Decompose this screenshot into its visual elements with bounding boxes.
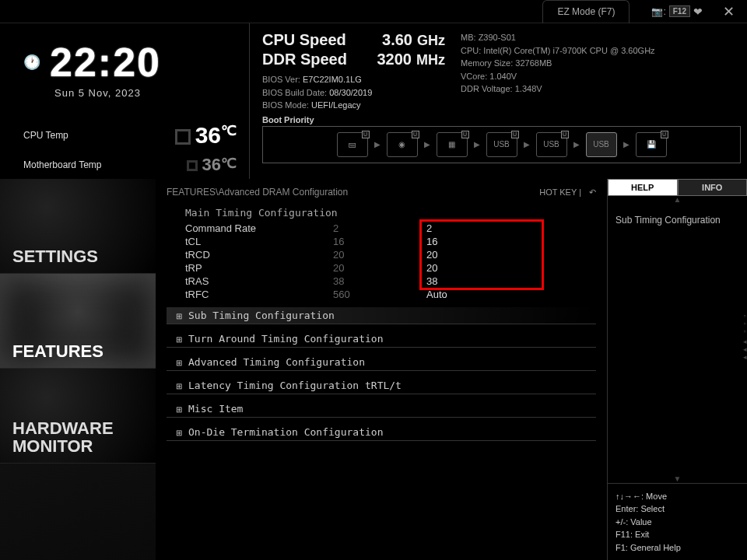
timing-current: 16 (333, 236, 426, 247)
timing-current: 38 (333, 275, 426, 287)
timing-label: tRP (185, 262, 333, 274)
sidebar-item-features[interactable]: FEATURES (0, 274, 156, 369)
timing-label: tRFC (185, 289, 333, 300)
submenu-sub-timing-configuration[interactable]: ⊞Sub Timing Configuration (167, 307, 596, 324)
hotkey-button[interactable]: HOT KEY | ↶ (539, 187, 596, 198)
clock-date: Sun 5 Nov, 2023 (54, 87, 237, 99)
timing-row-tras[interactable]: tRAS3838 (167, 275, 596, 288)
vcore: 1.040V (489, 72, 517, 81)
key-hint: F11: Exit (615, 528, 739, 541)
timing-current: 2 (333, 222, 426, 234)
close-button[interactable]: ✕ (710, 0, 747, 23)
boot-device-disc[interactable]: ◉U (387, 132, 418, 157)
key-hint: ↑↓→←: Move (615, 490, 739, 503)
expand-icon: ⊞ (176, 312, 184, 320)
mb-temp-value: 36℃ (187, 155, 237, 175)
boot-device-hdd[interactable]: 🖴U (337, 132, 368, 157)
cpu-speed-value: 3.60 (363, 31, 412, 49)
bios-build-date: 08/30/2019 (329, 88, 372, 97)
timing-current: 560 (333, 289, 426, 300)
cpu-speed-unit: GHz (417, 33, 445, 49)
timing-current: 20 (333, 249, 426, 261)
timing-label: tCL (185, 236, 333, 247)
boot-device-floppy[interactable]: 💾U (636, 132, 667, 157)
timing-value[interactable]: 38 (426, 275, 520, 287)
clock-icon: 🕐 (23, 54, 40, 71)
submenu-on-die-termination-configuration[interactable]: ⊞On-Die Termination Configuration (167, 424, 596, 441)
boot-device-net[interactable]: ▦U (437, 132, 468, 157)
tab-info[interactable]: INFO (678, 179, 748, 196)
boot-device-usb1[interactable]: USBU (486, 132, 517, 157)
submenu-latency-timing-configuration-trtl-t[interactable]: ⊞Latency Timing Configuration tRTL/t (167, 377, 596, 394)
mb-model: Z390-S01 (479, 33, 516, 42)
key-hint: F1: General Help (615, 541, 739, 555)
submenu-turn-around-timing-configuration[interactable]: ⊞Turn Around Timing Configuration (167, 331, 596, 348)
boot-device-usb3[interactable]: USB (586, 132, 617, 157)
timing-value[interactable]: Auto (426, 289, 520, 300)
cpu-model: Intel(R) Core(TM) i7-9700K CPU @ 3.60GHz (483, 46, 654, 55)
scroll-up-icon: ▲ (608, 196, 747, 204)
timing-row-tcl[interactable]: tCL1616 (167, 235, 596, 248)
camera-icon: 📷: (651, 6, 665, 17)
favorite-icon: ❤ (693, 5, 703, 18)
key-hint: Enter: Select (615, 502, 739, 516)
key-hints: ↑↓→←: MoveEnter: Select+/-: ValueF11: Ex… (608, 483, 747, 561)
ddr-speed-unit: MHz (416, 52, 445, 68)
ddr-speed-value: 3200 (362, 51, 412, 68)
expand-icon: ⊞ (176, 359, 184, 367)
cpu-speed-label: CPU Speed (262, 31, 363, 49)
ddr-voltage: 1.348V (515, 84, 542, 93)
bios-version: E7C22IM0.1LG (303, 75, 362, 84)
timing-row-trcd[interactable]: tRCD2020 (167, 248, 596, 261)
cpu-temp-value: 36℃ (175, 122, 237, 149)
boot-priority-strip[interactable]: 🖴U▶ ◉U▶ ▦U▶ USBU▶ USBU▶ USB▶ 💾U (262, 126, 741, 163)
section-title: Main Timing Configuration (185, 207, 596, 219)
help-panel: HELP INFO ▲ Sub Timing Configuration ▫▫▫… (607, 179, 747, 560)
sidebar-item-hardware-monitor[interactable]: HARDWARE MONITOR (0, 369, 156, 464)
timing-row-command-rate[interactable]: Command Rate22 (167, 222, 596, 235)
expand-icon: ⊞ (176, 335, 184, 344)
content-panel: FEATURES\Advanced DRAM Configuration HOT… (156, 179, 607, 560)
timing-row-trp[interactable]: tRP2020 (167, 261, 596, 275)
timing-label: Command Rate (185, 222, 333, 234)
ez-mode-button[interactable]: EZ Mode (F7) (542, 0, 630, 23)
expand-icon: ⊞ (176, 429, 184, 437)
boot-device-usb2[interactable]: USBU (536, 132, 567, 157)
expand-icon: ⊞ (176, 382, 184, 390)
submenu-misc-item[interactable]: ⊞Misc Item (167, 401, 596, 418)
timing-value[interactable]: 16 (426, 236, 520, 247)
ddr-speed-label: DDR Speed (262, 51, 362, 68)
expand-icon: ⊞ (176, 405, 184, 414)
breadcrumb: FEATURES\Advanced DRAM Configuration (167, 187, 348, 198)
cpu-temp-label: CPU Temp (23, 130, 68, 141)
mb-temp-label: Motherboard Temp (23, 159, 102, 170)
scroll-down-icon: ▼ (608, 475, 747, 483)
f12-badge: F12 (669, 5, 690, 17)
sidebar-item-settings[interactable]: SETTINGS (0, 179, 156, 274)
timing-value[interactable]: 20 (426, 262, 520, 274)
tab-help[interactable]: HELP (608, 179, 678, 196)
timing-value[interactable]: 2 (426, 222, 520, 234)
back-arrow-icon: ↶ (589, 187, 596, 198)
bios-mode: UEFI/Legacy (311, 100, 361, 110)
timing-label: tRAS (185, 275, 333, 287)
scrollbar-indicator: ▫▫▫ ◂◂◂ (741, 312, 747, 361)
submenu-advanced-timing-configuration[interactable]: ⊞Advanced Timing Configuration (167, 354, 596, 371)
sidebar: SETTINGS FEATURES HARDWARE MONITOR (0, 179, 156, 560)
boot-priority-label: Boot Priority (262, 115, 741, 124)
timing-row-trfc[interactable]: tRFC560Auto (167, 288, 596, 301)
timing-current: 20 (333, 262, 426, 274)
clock-time: 22:20 (50, 39, 161, 86)
help-text: Sub Timing Configuration (615, 215, 739, 226)
key-hint: +/-: Value (615, 516, 739, 529)
screenshot-shortcut[interactable]: 📷: F12 ❤ (644, 0, 710, 23)
memory-size: 32768MB (515, 58, 552, 68)
timing-value[interactable]: 20 (426, 249, 520, 261)
timing-label: tRCD (185, 249, 333, 261)
